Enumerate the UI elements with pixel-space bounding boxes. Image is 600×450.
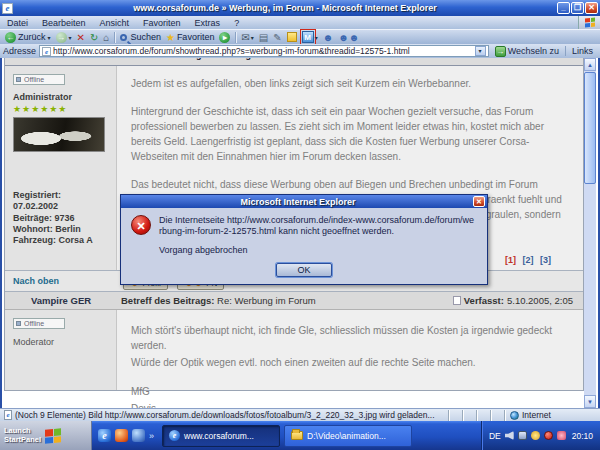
title-bar: e www.corsaforum.de » Werbung, im Forum …	[0, 0, 600, 16]
post1-rank: Administrator	[13, 92, 110, 102]
post2-posted-label: Verfasst:	[464, 295, 504, 306]
post1-posted-label: Verfasst:	[535, 58, 573, 60]
scrollbar-thumb[interactable]	[584, 72, 596, 184]
post2-line: Würde der Optik wegen evtl. noch einen z…	[131, 355, 569, 370]
task1-label: www.corsaforum...	[184, 431, 254, 441]
menu-item-favoriten[interactable]: Favoriten	[136, 18, 188, 28]
window-title: www.corsaforum.de » Werbung, im Forum - …	[13, 3, 557, 13]
detail-location: Wohnort: Berlin	[13, 224, 110, 235]
stop-button[interactable]: ✕	[77, 32, 85, 43]
start-button[interactable]: Launch StartPanel	[0, 421, 92, 450]
page-favicon: e	[42, 47, 51, 56]
messenger-button-selected[interactable]: M	[302, 31, 314, 43]
page-link-1[interactable]: [1]	[505, 255, 516, 265]
dialog-close-button[interactable]: ✕	[473, 196, 485, 207]
quick-launch-overflow[interactable]: »	[149, 431, 154, 441]
dialog-body: ✕ Die Internetseite http://www.corsaforu…	[121, 208, 487, 284]
menu-item-hilfe[interactable]: ?	[227, 18, 246, 28]
forward-button[interactable]: → ▾	[56, 32, 72, 43]
mail-icon: ✉	[241, 32, 249, 43]
detail-registered-value: 07.02.2002	[13, 201, 110, 212]
quick-launch-ie-icon[interactable]: e	[98, 429, 111, 442]
page-links: [1] [2] [3]	[505, 255, 551, 265]
taskbar: Launch StartPanel e » e www.corsaforum..…	[0, 421, 600, 450]
search-button[interactable]: Suchen	[120, 32, 161, 42]
quick-launch: e »	[92, 429, 160, 442]
scroll-up-button[interactable]: ▲	[584, 58, 596, 71]
post1-user-details: Registriert: 07.02.2002 Beiträge: 9736 W…	[13, 190, 110, 246]
post1-header-clipped: Betreff des Beitrags: Werbung im Forum V…	[5, 58, 583, 66]
menu-item-ansicht[interactable]: Ansicht	[93, 18, 137, 28]
windows-flag-icon	[585, 17, 595, 27]
address-dropdown-button[interactable]: ▾	[475, 46, 486, 56]
antivirus-icon[interactable]	[544, 431, 553, 440]
menu-item-extras[interactable]: Extras	[188, 18, 228, 28]
toolbar-separator	[235, 32, 236, 43]
back-to-top-link[interactable]: Nach oben	[5, 276, 117, 286]
address-input[interactable]: e http://www.corsaforum.de/forum/showthr…	[39, 45, 489, 57]
post1-subject-label: Betreff des Beitrags:	[121, 58, 210, 60]
page-link-2[interactable]: [2]	[522, 255, 533, 265]
vertical-scrollbar[interactable]: ▲ ▼	[584, 58, 596, 408]
go-button[interactable]: → Wechseln zu	[492, 46, 562, 57]
dialog-title-bar: Microsoft Internet Explorer ✕	[121, 195, 487, 208]
post1-paragraph: Hintergrund der Geschichte ist, dass ich…	[131, 104, 569, 164]
quick-launch-firefox-icon[interactable]	[115, 429, 128, 442]
tray-app2-icon[interactable]	[557, 431, 566, 440]
minimize-button[interactable]: _	[557, 2, 570, 14]
page-link-3[interactable]: [3]	[540, 255, 551, 265]
menu-item-datei[interactable]: Datei	[0, 18, 35, 28]
quick-launch-app-icon[interactable]	[132, 429, 145, 442]
ok-button[interactable]: OK	[276, 263, 332, 277]
favorites-label: Favoriten	[177, 32, 215, 42]
status-separator	[490, 410, 504, 421]
post1-sidebar: Offline Administrator ★★★★★★ Registriert…	[5, 66, 117, 270]
post2-username[interactable]: Vampire GER	[5, 295, 117, 306]
system-tray: DE 20:10	[481, 421, 600, 450]
media-button[interactable]: ▸	[219, 32, 230, 43]
print-button[interactable]: ▤	[259, 32, 268, 43]
post1-subject-value: Werbung im Forum	[212, 58, 294, 60]
dialog-detail: Vorgang abgebrochen	[159, 245, 477, 255]
refresh-button[interactable]: ↻	[90, 32, 98, 43]
mail-button[interactable]: ✉ ▾	[241, 32, 253, 43]
menu-bar: Datei Bearbeiten Ansicht Favoriten Extra…	[0, 16, 600, 29]
post2-line: Mich stört's überhaupt nicht, ich finde …	[131, 323, 569, 353]
language-indicator[interactable]: DE	[489, 431, 501, 441]
alert-dialog: Microsoft Internet Explorer ✕ ✕ Die Inte…	[120, 194, 488, 285]
post2-line: MfG	[131, 384, 569, 399]
clock[interactable]: 20:10	[572, 431, 593, 441]
contact-button[interactable]: ☻	[323, 32, 334, 43]
windows-flag-icon	[45, 428, 61, 444]
menu-item-bearbeiten[interactable]: Bearbeiten	[35, 18, 93, 28]
dialog-message: Die Internetseite http://www.corsaforum.…	[159, 215, 477, 238]
back-icon: ←	[5, 32, 16, 43]
close-button[interactable]: ✕	[585, 2, 598, 14]
maximize-button[interactable]: ❐	[571, 2, 584, 14]
start-label-bottom: StartPanel	[4, 435, 41, 444]
status-separator	[476, 410, 490, 421]
go-arrow-icon: →	[495, 46, 506, 57]
go-label: Wechseln zu	[508, 46, 559, 56]
post1-rank-stars: ★★★★★★	[13, 104, 110, 114]
favorites-button[interactable]: ★ Favoriten	[166, 32, 215, 43]
network-icon[interactable]	[518, 431, 527, 440]
post2-status-badge: Offline	[13, 318, 65, 329]
task-button-folder[interactable]: D:\Video\animation...	[284, 425, 412, 447]
volume-icon[interactable]	[505, 431, 514, 440]
back-button[interactable]: ← Zurück ▾	[5, 32, 51, 43]
back-label: Zurück	[18, 32, 46, 42]
home-button[interactable]: ⌂	[103, 32, 109, 43]
folder-icon	[291, 431, 303, 440]
links-label[interactable]: Links	[565, 46, 597, 56]
contacts-group-button[interactable]: ☻☻	[338, 32, 359, 43]
notes-button[interactable]	[287, 32, 297, 42]
mail-caret-icon: ▾	[251, 34, 254, 41]
tray-app-icon[interactable]	[531, 431, 540, 440]
task-button-browser[interactable]: e www.corsaforum...	[162, 425, 280, 447]
edit-button[interactable]: ✎	[273, 32, 281, 43]
address-url: http://www.corsaforum.de/forum/showthrea…	[53, 46, 473, 56]
forward-caret-icon: ▾	[69, 34, 72, 41]
scroll-down-button[interactable]: ▼	[584, 395, 596, 408]
post2-row: Offline Moderator Mich stört's überhaupt…	[5, 310, 583, 390]
